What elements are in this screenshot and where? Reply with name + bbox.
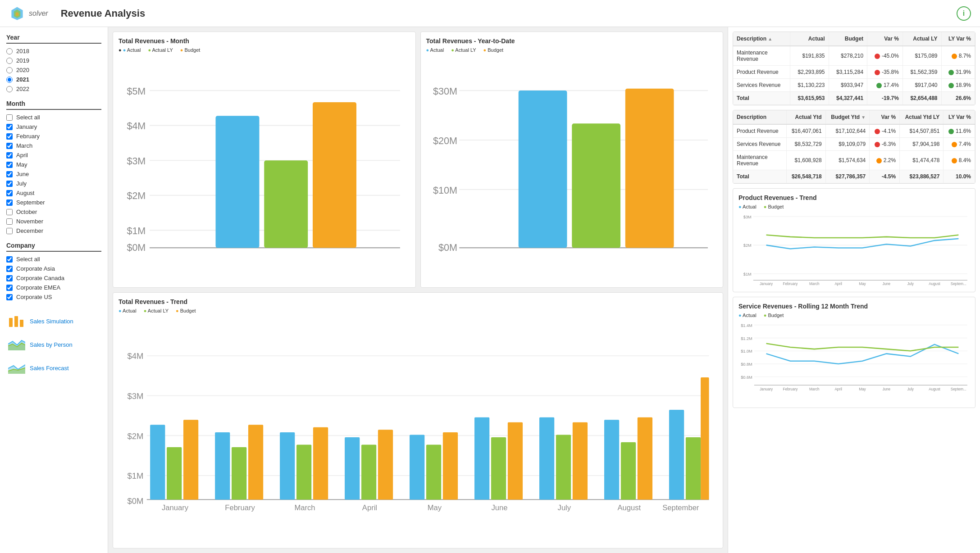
forecast-chart-icon <box>8 361 25 375</box>
svg-text:March: March <box>809 388 820 392</box>
month-july[interactable]: July <box>6 179 101 188</box>
table-total-row: Total $3,615,953 $4,327,441 -19.7% $2,65… <box>733 92 975 105</box>
svg-rect-48 <box>232 447 246 499</box>
svg-rect-69 <box>573 422 588 500</box>
year-2019[interactable]: 2019 <box>6 56 101 65</box>
svg-text:March: March <box>809 282 820 286</box>
svg-text:$2M: $2M <box>127 190 146 201</box>
svg-text:May: May <box>859 282 866 286</box>
nav-sales-forecast[interactable]: Sales Forecast <box>6 358 101 377</box>
product-rev-trend-chart: $3M $2M $1M January February March April… <box>738 211 970 286</box>
year-2020[interactable]: 2020 <box>6 65 101 75</box>
svg-text:April: April <box>362 503 377 512</box>
nav-section: Sales Simulation Sales by Person <box>6 312 101 377</box>
svg-text:$10M: $10M <box>433 185 457 196</box>
svg-text:May: May <box>859 388 866 392</box>
svg-rect-75 <box>669 410 684 499</box>
svg-rect-73 <box>638 417 652 500</box>
svg-rect-43 <box>150 425 165 499</box>
company-canada[interactable]: Corporate Canada <box>6 273 101 283</box>
year-2021[interactable]: 2021 <box>6 75 101 84</box>
table-row: Services Revenue $1,130,223 $933,947 17.… <box>733 79 975 92</box>
svg-rect-63 <box>474 417 489 500</box>
company-asia[interactable]: Corporate Asia <box>6 264 101 273</box>
svg-rect-0 <box>9 318 13 327</box>
svg-text:$0M: $0M <box>127 242 146 253</box>
nav-sales-simulation[interactable]: Sales Simulation <box>6 312 101 331</box>
total-rev-ytd-title: Total Revenues - Year-to-Date <box>426 37 718 45</box>
svg-rect-67 <box>539 417 554 500</box>
info-icon[interactable]: i <box>957 6 971 21</box>
month-february[interactable]: February <box>6 131 101 141</box>
col-desc: Description ▲ <box>733 32 790 46</box>
svg-rect-72 <box>621 442 636 499</box>
col-ly-var: LY Var % <box>941 32 975 46</box>
svg-text:$1.2M: $1.2M <box>741 336 752 341</box>
header: solver Revenue Analysis i <box>0 0 980 27</box>
table-total-row2: Total $26,548,718 $27,786,357 -4.5% $23,… <box>733 170 975 183</box>
table-row: MaintenanceRevenue $191,835 $278,210 -45… <box>733 46 975 66</box>
product-rev-trend-card: Product Revenues - Trend ● Actual ● Budg… <box>733 188 975 292</box>
month-june[interactable]: June <box>6 169 101 179</box>
svg-rect-32 <box>625 89 674 248</box>
svg-text:$30M: $30M <box>433 86 457 97</box>
year-2018[interactable]: 2018 <box>6 46 101 56</box>
month-august[interactable]: August <box>6 188 101 198</box>
month-september[interactable]: September <box>6 198 101 207</box>
month-october[interactable]: October <box>6 207 101 217</box>
company-section-title: Company <box>6 242 101 252</box>
bar-chart-icon <box>8 314 25 328</box>
svg-rect-71 <box>604 420 619 499</box>
svg-text:February: February <box>225 503 255 512</box>
svg-rect-2 <box>20 320 23 327</box>
month-may[interactable]: May <box>6 160 101 169</box>
company-select-all[interactable]: Select all <box>6 254 101 264</box>
month-section-title: Month <box>6 100 101 110</box>
month-april[interactable]: April <box>6 150 101 160</box>
month-january[interactable]: January <box>6 122 101 131</box>
company-us[interactable]: Corporate US <box>6 292 101 302</box>
service-rev-trend-card: Service Revenues - Rolling 12 Month Tren… <box>733 297 975 408</box>
month-select-all[interactable]: Select all <box>6 113 101 122</box>
month-march[interactable]: March <box>6 141 101 150</box>
year-2022[interactable]: 2022 <box>6 84 101 94</box>
logo: solver <box>9 5 48 22</box>
col-actual-ytd: Actual Ytd <box>786 110 825 124</box>
svg-text:March: March <box>294 503 315 512</box>
month-november[interactable]: November <box>6 217 101 226</box>
total-rev-trend-chart: $4M $3M $2M $1M $0M <box>119 315 717 543</box>
svg-rect-61 <box>443 432 458 500</box>
svg-text:August: August <box>929 282 940 286</box>
svg-text:July: July <box>907 282 914 286</box>
svg-text:$2M: $2M <box>128 431 144 441</box>
area-chart-icon <box>8 338 25 351</box>
svg-rect-51 <box>280 432 295 500</box>
legend-month: ● ● Actual ● Actual LY ● Budget <box>119 47 410 53</box>
table-row: Services Revenue $8,532,729 $9,109,079 -… <box>733 138 975 151</box>
svg-rect-56 <box>361 445 376 500</box>
total-rev-ytd-card: Total Revenues - Year-to-Date ● Actual ●… <box>420 32 724 288</box>
total-rev-month-chart: $5M $4M $3M $2M $1M $0M <box>119 54 410 282</box>
nav-sales-by-person[interactable]: Sales by Person <box>6 335 101 354</box>
legend-trend: ● Actual ● Actual LY ● Budget <box>119 308 717 313</box>
svg-text:July: July <box>558 503 571 512</box>
table2-container: Description Actual Ytd Budget Ytd ▼ Var … <box>733 110 975 184</box>
svg-rect-20 <box>264 160 308 248</box>
col-actual: Actual <box>790 32 829 46</box>
page-title: Revenue Analysis <box>61 8 146 19</box>
svg-rect-1 <box>14 316 18 327</box>
company-emea[interactable]: Corporate EMEA <box>6 283 101 292</box>
svg-text:January: January <box>162 503 189 512</box>
svg-text:$4M: $4M <box>128 351 144 361</box>
svg-text:June: June <box>882 282 890 286</box>
year-section-title: Year <box>6 34 101 44</box>
col-ly-var2: LY Var % <box>944 110 975 124</box>
total-rev-ytd-chart: $30M $20M $10M $0M <box>426 54 718 282</box>
svg-text:$3M: $3M <box>127 155 146 167</box>
table-row: MaintenanceRevenue $1,608,928 $1,574,634… <box>733 151 975 170</box>
svg-text:June: June <box>491 503 507 512</box>
col-var-pct2: Var % <box>870 110 900 124</box>
logo-text: solver <box>29 9 48 18</box>
month-december[interactable]: December <box>6 226 101 236</box>
svg-rect-45 <box>183 420 198 499</box>
